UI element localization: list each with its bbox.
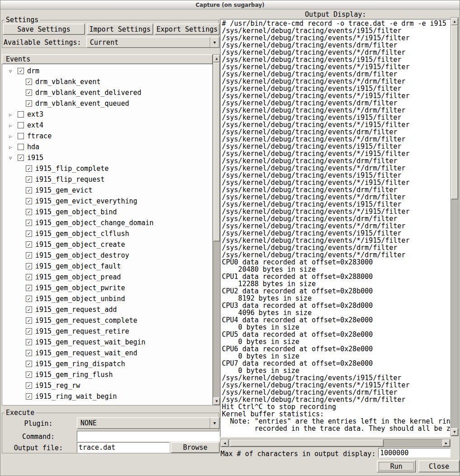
export-settings-button[interactable]: Export Settings — [155, 24, 220, 35]
output-hscrollbar-thumb[interactable] — [230, 439, 384, 447]
tree-row-i915_flip_complete[interactable]: ✓i915_flip_complete — [2, 163, 212, 174]
tree-row-ext3[interactable]: ▷ext3 — [2, 109, 212, 120]
checkbox-i915_gem_request_wait_end[interactable]: ✓ — [26, 350, 32, 356]
tree-row-i915_reg_rw[interactable]: ✓i915_reg_rw — [2, 380, 212, 391]
events-column-header[interactable]: Events — [2, 54, 213, 64]
plugin-dropdown[interactable]: NONE ▼ — [77, 417, 220, 429]
events-scrollbar[interactable]: ▲ ▼ — [213, 54, 221, 405]
checkbox-i915_gem_object_fault[interactable]: ✓ — [26, 263, 32, 269]
output-vertical-scrollbar[interactable]: ▲ ▼ — [451, 17, 459, 436]
tree-row-drm_vblank_event_queued[interactable]: ✓drm_vblank_event_queued — [2, 98, 212, 109]
close-button[interactable]: Close — [418, 460, 460, 472]
checkbox-i915_gem_request_wait_begin[interactable]: ✓ — [26, 339, 32, 345]
tree-row-i915_gem_request_wait_begin[interactable]: ✓i915_gem_request_wait_begin — [2, 337, 212, 348]
tree-row-i915_gem_evict_everything[interactable]: ✓i915_gem_evict_everything — [2, 196, 212, 207]
settings-legend: Settings — [5, 16, 40, 24]
import-settings-button[interactable]: Import Settings — [87, 24, 153, 35]
run-button[interactable]: Run — [377, 460, 416, 472]
tree-row-i915_gem_object_bind[interactable]: ✓i915_gem_object_bind — [2, 207, 212, 217]
tree-row-i915_gem_object_fault[interactable]: ✓i915_gem_object_fault — [2, 261, 212, 272]
output-file-input[interactable] — [77, 442, 169, 453]
checkbox-drm_vblank_event_queued[interactable]: ✓ — [26, 100, 32, 107]
event-label: i915_gem_request_add — [35, 306, 117, 314]
checkbox-i915_gem_ring_flush[interactable]: ✓ — [26, 372, 32, 378]
expander-closed-icon[interactable]: ▷ — [9, 145, 18, 150]
checkbox-i915_gem_object_destroy[interactable]: ✓ — [26, 252, 32, 259]
tree-row-i915_gem_object_pwrite[interactable]: ✓i915_gem_object_pwrite — [2, 283, 212, 293]
tree-row-i915_gem_object_destroy[interactable]: ✓i915_gem_object_destroy — [2, 250, 212, 261]
checkbox-i915_gem_object_clflush[interactable]: ✓ — [26, 231, 32, 237]
tree-row-i915_gem_request_add[interactable]: ✓i915_gem_request_add — [2, 304, 212, 315]
checkbox-i915_gem_request_retire[interactable]: ✓ — [26, 328, 32, 335]
checkbox-i915_gem_ring_dispatch[interactable]: ✓ — [26, 361, 32, 367]
command-input[interactable] — [77, 431, 220, 442]
checkbox-i915_gem_object_unbind[interactable]: ✓ — [26, 296, 32, 302]
checkbox-ftrace[interactable] — [18, 133, 24, 139]
tree-row-i915_gem_request_retire[interactable]: ✓i915_gem_request_retire — [2, 326, 212, 337]
tree-row-i915_flip_request[interactable]: ✓i915_flip_request — [2, 174, 212, 185]
scroll-down-icon[interactable]: ▼ — [213, 397, 220, 405]
tree-row-i915_gem_object_create[interactable]: ✓i915_gem_object_create — [2, 239, 212, 250]
checkbox-i915_flip_request[interactable]: ✓ — [26, 176, 32, 183]
checkbox-i915_gem_request_complete[interactable]: ✓ — [26, 317, 32, 324]
expander-closed-icon[interactable]: ▷ — [9, 123, 18, 128]
tree-row-i915_gem_request_complete[interactable]: ✓i915_gem_request_complete — [2, 315, 212, 326]
checkbox-i915_gem_object_pread[interactable]: ✓ — [26, 274, 32, 280]
tree-row-drm_vblank_event_delivered[interactable]: ✓drm_vblank_event_delivered — [2, 87, 212, 98]
scroll-left-icon[interactable]: ◀ — [221, 439, 229, 447]
checkbox-drm_vblank_event[interactable]: ✓ — [26, 79, 32, 85]
checkbox-i915_gem_object_change_domain[interactable]: ✓ — [26, 220, 32, 226]
tree-row-i915_gem_ring_dispatch[interactable]: ✓i915_gem_ring_dispatch — [2, 358, 212, 369]
tree-row-i915[interactable]: ▽✓i915 — [2, 152, 212, 163]
checkbox-hda[interactable] — [18, 144, 24, 150]
checkbox-drm_vblank_event_delivered[interactable]: ✓ — [26, 90, 32, 96]
checkbox-i915[interactable]: ✓ — [18, 155, 24, 161]
checkbox-i915_gem_evict[interactable]: ✓ — [26, 187, 32, 193]
tree-row-hda[interactable]: ▷hda — [2, 141, 212, 152]
output-vscrollbar-thumb[interactable] — [451, 25, 458, 199]
output-text[interactable]: # /usr/bin/trace-cmd record -o trace.dat… — [220, 19, 451, 437]
tree-row-i915_ring_wait_begin[interactable]: ✓i915_ring_wait_begin — [2, 391, 212, 402]
expander-closed-icon[interactable]: ▷ — [9, 134, 18, 139]
tree-row-i915_gem_object_clflush[interactable]: ✓i915_gem_object_clflush — [2, 228, 212, 239]
max-chars-input[interactable] — [378, 448, 451, 457]
event-label: drm_vblank_event_delivered — [35, 89, 141, 97]
scroll-up-icon[interactable]: ▲ — [451, 18, 458, 25]
tree-row-i915_gem_request_wait_end[interactable]: ✓i915_gem_request_wait_end — [2, 348, 212, 358]
event-label: drm_vblank_event — [35, 78, 101, 86]
output-horizontal-scrollbar[interactable]: ◀ ▶ — [221, 439, 451, 447]
checkbox-i915_ring_wait_begin[interactable]: ✓ — [26, 393, 32, 400]
expander-closed-icon[interactable]: ▷ — [9, 112, 18, 117]
available-settings-dropdown[interactable]: Current ▼ — [86, 37, 220, 48]
expander-open-icon[interactable]: ▽ — [9, 69, 18, 74]
tree-row-drm[interactable]: ▽✓drm — [2, 66, 212, 76]
checkbox-i915_gem_request_add[interactable]: ✓ — [26, 306, 32, 313]
event-label: i915_gem_request_complete — [35, 316, 137, 325]
checkbox-i915_gem_object_create[interactable]: ✓ — [26, 241, 32, 248]
browse-button[interactable]: Browse — [171, 442, 220, 453]
tree-row-ext4[interactable]: ▷ext4 — [2, 120, 212, 131]
tree-row-i915_gem_object_pread[interactable]: ✓i915_gem_object_pread — [2, 272, 212, 283]
tree-row-i915_gem_object_change_domain[interactable]: ✓i915_gem_object_change_domain — [2, 217, 212, 228]
checkbox-i915_reg_rw[interactable]: ✓ — [26, 382, 32, 389]
checkbox-i915_gem_evict_everything[interactable]: ✓ — [26, 198, 32, 204]
scroll-down-icon[interactable]: ▼ — [451, 428, 458, 436]
tree-row-i915_gem_ring_flush[interactable]: ✓i915_gem_ring_flush — [2, 369, 212, 380]
checkbox-i915_gem_object_pwrite[interactable]: ✓ — [26, 285, 32, 291]
events-scrollbar-thumb[interactable] — [213, 62, 220, 241]
expander-open-icon[interactable]: ▽ — [9, 156, 18, 160]
tree-row-drm_vblank_event[interactable]: ✓drm_vblank_event — [2, 76, 212, 87]
save-settings-button[interactable]: Save Settings — [3, 24, 85, 35]
scroll-up-icon[interactable]: ▲ — [213, 55, 220, 62]
checkbox-drm[interactable]: ✓ — [18, 68, 24, 74]
checkbox-ext4[interactable] — [18, 122, 24, 128]
scroll-right-icon[interactable]: ▶ — [442, 439, 450, 447]
window-titlebar[interactable]: Capture (on sugarbay) — [0, 0, 460, 9]
checkbox-i915_gem_object_bind[interactable]: ✓ — [26, 209, 32, 215]
tree-row-ftrace[interactable]: ▷ftrace — [2, 131, 212, 141]
checkbox-ext3[interactable] — [18, 111, 24, 118]
checkbox-i915_flip_complete[interactable]: ✓ — [26, 165, 32, 172]
plugin-label: Plugin: — [2, 419, 75, 428]
tree-row-i915_gem_object_unbind[interactable]: ✓i915_gem_object_unbind — [2, 293, 212, 304]
tree-row-i915_gem_evict[interactable]: ✓i915_gem_evict — [2, 185, 212, 196]
